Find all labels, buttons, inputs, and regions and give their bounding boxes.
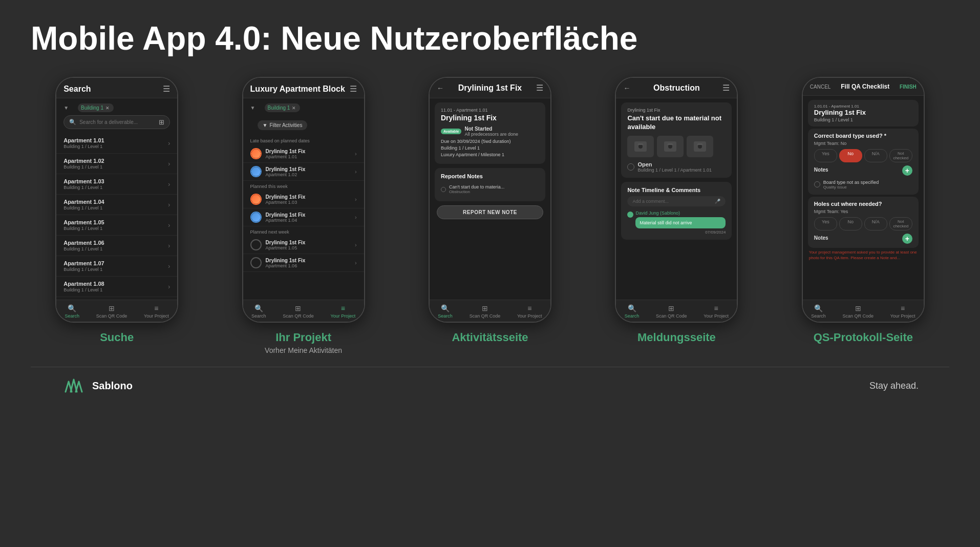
page-title: Mobile App 4.0: Neue Nutzeroberfläche [31, 20, 949, 56]
activity-chevron: › [355, 242, 357, 248]
qs-option-no-1[interactable]: No [839, 149, 862, 162]
search-input[interactable] [79, 119, 156, 125]
list-item[interactable]: Apartment 1.06 Building 1 / Level 1 › [56, 236, 177, 256]
nav-search-3[interactable]: 🔍 Search [438, 304, 453, 319]
list-chevron: › [168, 140, 170, 147]
activity-item[interactable]: Drylining 1st Fix Apartment 1.05 › [243, 236, 364, 254]
project-nav-icon-3: ≡ [527, 304, 531, 312]
list-chevron: › [168, 222, 170, 229]
img-thumb-3 [687, 136, 713, 157]
nav-qr-3[interactable]: ⊞ Scan QR Code [470, 304, 501, 319]
timeline-text: Material still did not arrive [640, 220, 692, 225]
nav-qr-label-2: Scan QR Code [283, 313, 314, 319]
timeline-content: David Jung (Sablono) Material still did … [635, 211, 726, 235]
status-row: Available Not Started All predecessors a… [441, 126, 539, 137]
nav-search-2[interactable]: 🔍 Search [251, 304, 266, 319]
nav-qr-4[interactable]: ⊞ Scan QR Code [656, 304, 687, 319]
phone-inner-meldung: ← Obstruction ☰ Drylining 1st Fix Can't … [616, 78, 737, 322]
report-new-note-button[interactable]: REPORT NEW NOTE [437, 205, 543, 219]
detail-due: Due on 30/09/2024 (5wd duration) [441, 139, 539, 144]
list-item-text: Apartment 1.01 Building 1 / Level 1 [63, 137, 104, 149]
list-item[interactable]: Apartment 1.02 Building 1 / Level 1 › [56, 154, 177, 174]
qs-option-nc-2[interactable]: Not checked [889, 217, 912, 230]
status-badge: Available [441, 129, 461, 134]
activity-item[interactable]: Drylining 1st Fix Apartment 1.03 › [243, 191, 364, 208]
activity-item[interactable]: Drylining 1st Fix Apartment 1.01 › [243, 145, 364, 163]
phone-nav-meldung: 🔍 Search ⊞ Scan QR Code ≡ Your Project [616, 300, 737, 322]
nav-project-2[interactable]: ≡ Your Project [330, 304, 355, 319]
qs-info-label: 1.01.01 - Apartment 1.01 [814, 104, 912, 109]
list-item[interactable]: Apartment 1.01 Building 1 / Level 1 › [56, 133, 177, 154]
avatar-3 [251, 195, 261, 204]
phone-col-qs: CANCEL Fill QA Checklist FINISH 1.01.01 … [777, 77, 949, 344]
activity-chevron: › [355, 196, 357, 202]
filter-activities-row: ▼ Filter Activities [243, 115, 364, 135]
list-item-sub: Building 1 / Level 1 [63, 267, 104, 272]
qs-option-no-2[interactable]: No [839, 217, 862, 230]
qs-notes-label-1: Notes [814, 167, 828, 173]
activity-sub: Apartment 1.05 [266, 245, 351, 250]
search-bar[interactable]: 🔍 ⊞ [63, 115, 170, 129]
filter-chip-remove-2[interactable]: ✕ [292, 106, 296, 111]
activity-item[interactable]: Drylining 1st Fix Apartment 1.04 › [243, 208, 364, 226]
qs-finish-button[interactable]: FINISH [900, 84, 917, 90]
nav-qr[interactable]: ⊞ Scan QR Code [96, 304, 127, 319]
meldung-back-header: ← Obstruction ☰ [616, 78, 737, 98]
qs-option-yes-1[interactable]: Yes [814, 149, 837, 162]
mic-icon[interactable]: 🎤 [715, 199, 720, 204]
activity-dot-orange [250, 148, 262, 159]
hamburger-icon-4[interactable]: ☰ [722, 83, 730, 93]
comment-input[interactable]: Add a comment... 🎤 [627, 196, 726, 206]
nav-search-5[interactable]: 🔍 Search [811, 304, 826, 319]
add-note-button-2[interactable]: + [902, 234, 912, 244]
search-header-title: Search [63, 85, 91, 94]
img-thumb-2 [657, 136, 684, 157]
nav-qr-label-5: Scan QR Code [842, 313, 874, 319]
list-item-text: Apartment 1.07 Building 1 / Level 1 [63, 260, 104, 272]
filter-chip-remove[interactable]: ✕ [105, 106, 110, 111]
activity-info: Drylining 1st Fix Apartment 1.04 [266, 212, 351, 223]
add-note-button-1[interactable]: + [902, 165, 912, 176]
qs-option-yes-2[interactable]: Yes [814, 217, 837, 230]
nav-qr-5[interactable]: ⊞ Scan QR Code [842, 304, 874, 319]
qs-option-nc-1[interactable]: Not checked [889, 149, 912, 162]
list-item[interactable]: Apartment 1.03 Building 1 / Level 1 › [56, 174, 177, 195]
nav-search[interactable]: 🔍 Search [65, 304, 80, 319]
filter-chip-building[interactable]: Building 1 ✕ [78, 103, 114, 112]
nav-project-label-5: Your Project [890, 313, 915, 319]
qs-scroll: 1.01.01 - Apartment 1.01 Drylining 1st F… [803, 96, 924, 300]
phone-inner-qs: CANCEL Fill QA Checklist FINISH 1.01.01 … [803, 78, 924, 322]
filter-activities-button[interactable]: ▼ Filter Activities [258, 120, 308, 130]
filter-icon-2: ▼ [250, 105, 255, 111]
filter-chip-building-2[interactable]: Building 1 ✕ [265, 103, 301, 112]
qs-cancel-button[interactable]: CANCEL [810, 84, 831, 90]
qs-notes-label-2: Notes [814, 235, 828, 241]
hamburger-icon-3[interactable]: ☰ [536, 83, 543, 93]
nav-project-3[interactable]: ≡ Your Project [517, 304, 542, 319]
nav-project[interactable]: ≡ Your Project [144, 304, 169, 319]
nav-search-4[interactable]: 🔍 Search [625, 304, 640, 319]
qr-code-icon[interactable]: ⊞ [159, 118, 164, 126]
hamburger-icon-2[interactable]: ☰ [350, 84, 357, 94]
qs-option-na-1[interactable]: N/A [864, 149, 887, 162]
activity-title: Drylining 1st Fix [266, 258, 351, 263]
nav-qr-2[interactable]: ⊞ Scan QR Code [283, 304, 314, 319]
hamburger-icon[interactable]: ☰ [163, 84, 170, 94]
list-item[interactable]: Apartment 1.05 Building 1 / Level 1 › [56, 215, 177, 236]
phone-label-aktivitaet: Aktivitätsseite [452, 331, 528, 344]
nav-project-label: Your Project [144, 313, 169, 319]
list-item[interactable]: Apartment 1.04 Building 1 / Level 1 › [56, 195, 177, 215]
qs-option-na-2[interactable]: N/A [864, 217, 887, 230]
list-item[interactable]: Apartment 1.07 Building 1 / Level 1 › [56, 256, 177, 277]
list-item[interactable]: Apartment 1.08 Building 1 / Level 1 › [56, 277, 177, 297]
list-chevron: › [168, 160, 170, 167]
back-button-2[interactable]: ← [623, 84, 630, 92]
activity-item[interactable]: Drylining 1st Fix Apartment 1.06 › [243, 254, 364, 272]
nav-project-5[interactable]: ≡ Your Project [890, 304, 915, 319]
activity-chevron: › [355, 214, 357, 220]
nav-project-4[interactable]: ≡ Your Project [704, 304, 729, 319]
qr-nav-icon: ⊞ [109, 304, 115, 312]
qs-question-title-2: Holes cut where needed? [814, 201, 912, 207]
activity-item[interactable]: Drylining 1st Fix Apartment 1.02 › [243, 163, 364, 181]
back-button[interactable]: ← [437, 84, 444, 92]
